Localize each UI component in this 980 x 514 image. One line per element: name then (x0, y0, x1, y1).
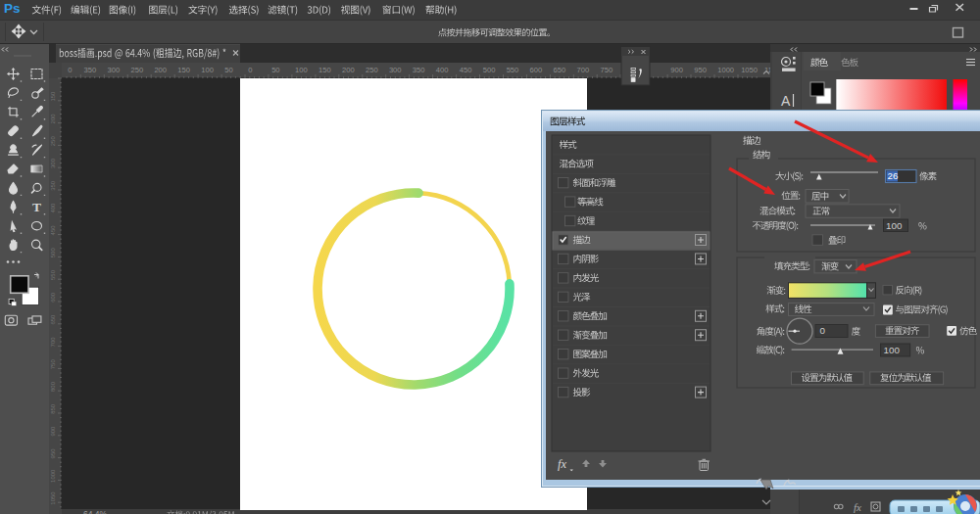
svg-text:50: 50 (271, 66, 279, 74)
svg-text:1000: 1000 (50, 469, 56, 483)
svg-text:250: 250 (130, 66, 143, 74)
svg-text:500: 500 (483, 66, 496, 74)
svg-text:300: 300 (50, 158, 56, 168)
svg-text:700: 700 (50, 337, 56, 348)
svg-text:750: 750 (50, 359, 56, 370)
svg-text:700: 700 (577, 66, 590, 74)
svg-text:550: 550 (507, 66, 519, 74)
svg-text:fx: fx (854, 501, 861, 513)
svg-text:600: 600 (530, 66, 543, 74)
svg-text:0: 0 (820, 325, 826, 336)
svg-text:600: 600 (50, 292, 56, 303)
svg-text:350: 350 (50, 180, 56, 191)
svg-text:T: T (32, 200, 41, 214)
svg-text:50: 50 (224, 66, 232, 74)
svg-text:100: 100 (886, 220, 903, 231)
svg-text:150: 150 (177, 66, 190, 74)
svg-text:0: 0 (68, 66, 72, 74)
svg-text:100: 100 (884, 345, 901, 355)
svg-text:900: 900 (50, 426, 56, 437)
svg-text:250: 250 (366, 66, 378, 74)
svg-text:800: 800 (50, 381, 56, 392)
svg-text:300: 300 (108, 66, 121, 74)
svg-text:150: 150 (50, 91, 56, 102)
svg-text:200: 200 (342, 66, 355, 74)
svg-text:750: 750 (600, 66, 612, 74)
svg-text:650: 650 (50, 314, 56, 325)
svg-text:300: 300 (389, 66, 402, 74)
svg-text:500: 500 (50, 248, 56, 258)
svg-text:150: 150 (318, 66, 331, 74)
svg-text:650: 650 (554, 66, 566, 74)
svg-text:200: 200 (154, 66, 167, 74)
svg-text:450: 450 (50, 225, 56, 236)
svg-text:Ps: Ps (4, 1, 21, 16)
svg-text:450: 450 (460, 66, 472, 74)
svg-text:950: 950 (50, 448, 56, 459)
svg-text:1000: 1000 (717, 66, 734, 74)
svg-text:0: 0 (248, 66, 252, 74)
svg-text:900: 900 (670, 66, 683, 74)
svg-text:400: 400 (436, 66, 449, 74)
svg-text:A: A (781, 93, 791, 109)
svg-text:1050: 1050 (50, 491, 56, 505)
svg-text:200: 200 (50, 114, 56, 124)
svg-text:100: 100 (201, 66, 214, 74)
svg-text:400: 400 (50, 203, 56, 213)
svg-text:64.4%: 64.4% (83, 509, 108, 514)
svg-text:1050: 1050 (741, 66, 758, 74)
svg-text:550: 550 (50, 269, 56, 280)
svg-text:950: 950 (694, 66, 707, 74)
svg-text:250: 250 (50, 136, 56, 147)
svg-text:100: 100 (295, 66, 308, 74)
svg-text:350: 350 (84, 66, 97, 74)
svg-text:fx: fx (558, 457, 566, 471)
svg-text:26: 26 (888, 170, 899, 181)
svg-text:350: 350 (413, 66, 425, 74)
svg-text:850: 850 (50, 403, 56, 414)
